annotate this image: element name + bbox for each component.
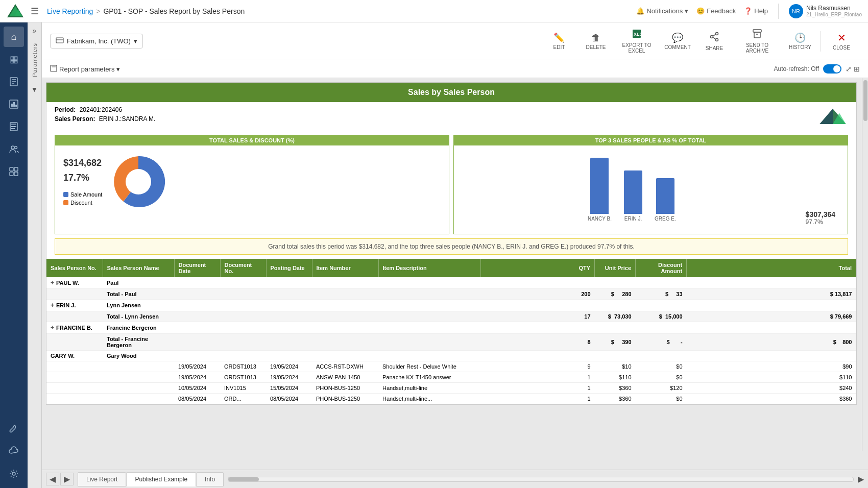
company-dropdown-icon: ▾ xyxy=(134,37,137,45)
legend-discount: Discount xyxy=(63,200,102,206)
logo xyxy=(6,2,25,20)
bar-chart-title: TOP 3 SALES PEOPLE & AS % OF TOTAL xyxy=(454,135,848,145)
breadcrumb-sep: > xyxy=(96,7,100,15)
export-excel-btn[interactable]: XLS EXPORT TO EXCEL xyxy=(614,26,659,57)
delete-icon: 🗑 xyxy=(591,33,600,43)
th-qty: QTY xyxy=(480,259,595,277)
expand-report-icon[interactable]: ⤢ xyxy=(846,65,852,73)
report-params-toggle[interactable]: Report parameters ▾ xyxy=(50,65,120,74)
data-table: Sales Person No. Sales Person Name Docum… xyxy=(46,259,856,404)
svg-text:XLS: XLS xyxy=(634,32,642,37)
help-btn[interactable]: ❓ Help xyxy=(744,7,768,15)
tab-info[interactable]: Info xyxy=(196,472,224,486)
breadcrumb-live-reporting[interactable]: Live Reporting xyxy=(47,7,93,15)
history-icon: 🕒 xyxy=(794,32,806,43)
toolbar-divider xyxy=(821,31,821,52)
sidebar-orders-icon[interactable] xyxy=(4,71,24,92)
sidebar-settings-icon[interactable] xyxy=(4,463,24,484)
close-icon: ✕ xyxy=(837,32,846,44)
user-details: Nils Rasmussen 21_Hrelio_ERP_Riontao xyxy=(806,5,862,17)
sidebar-users-icon[interactable] xyxy=(4,139,24,159)
th-post-date: Posting Date xyxy=(266,259,312,277)
feedback-icon: 😊 xyxy=(696,7,705,15)
right-nav: 🔔 Notifications ▾ 😊 Feedback ❓ Help NR N… xyxy=(636,4,862,19)
svg-rect-13 xyxy=(11,126,13,127)
hamburger-btn[interactable]: ☰ xyxy=(31,6,39,17)
h-scroll-right-btn[interactable]: ▶ xyxy=(858,474,864,484)
sidebar-reports-icon[interactable] xyxy=(4,94,24,114)
filter-icon[interactable]: ▼ xyxy=(31,85,38,93)
tab-live-report[interactable]: Live Report xyxy=(78,472,126,486)
bar-group-nancy: NANCY B. xyxy=(588,158,612,222)
bar-groups: NANCY B. ERIN J. GREG E. xyxy=(466,154,798,226)
report-meta: Period: 202401:202406 Sales Person: ERIN… xyxy=(46,102,856,131)
data-table-wrapper: Sales Person No. Sales Person Name Docum… xyxy=(46,259,856,404)
th-discount: Discount Amount xyxy=(636,259,687,277)
th-person-name: Sales Person Name xyxy=(103,259,174,277)
vertical-scrollbar[interactable] xyxy=(862,78,868,451)
sidebar-tools-icon[interactable] xyxy=(4,419,24,439)
auto-refresh-toggle[interactable] xyxy=(823,64,841,74)
report-title: Sales by Sales Person xyxy=(46,83,856,102)
h-scroll-thumb xyxy=(228,477,259,481)
svg-rect-8 xyxy=(11,104,13,107)
svg-point-29 xyxy=(716,32,718,35)
params-dropdown-icon: ▾ xyxy=(116,65,120,73)
expand-erin-btn[interactable]: + xyxy=(51,302,54,309)
archive-icon xyxy=(752,29,762,41)
user-menu[interactable]: NR Nils Rasmussen 21_Hrelio_ERP_Riontao xyxy=(789,4,862,18)
top-nav: ☰ Live Reporting > GP01 - SOP - Sales Re… xyxy=(0,0,868,22)
history-btn[interactable]: 🕒 HISTORY xyxy=(782,29,818,53)
left-sidebar: ⌂ ▦ xyxy=(0,22,28,488)
table-row: Total - Francine Bergeron 8 $ 390 $ - $ … xyxy=(46,334,856,351)
scrollbar-thumb xyxy=(863,80,867,121)
svg-line-33 xyxy=(713,37,716,39)
pie-chart-box: TOTAL SALES & DISCOUNT (%) $314,682 17.7… xyxy=(55,135,449,234)
table-row: 10/05/2024 INV1015 15/05/2024 PHON-BUS-1… xyxy=(46,383,856,394)
sidebar-cloud-icon[interactable] xyxy=(4,441,24,461)
report-frame: Sales by Sales Person Period: 202401:202… xyxy=(46,82,857,405)
comment-btn[interactable]: 💬 COMMENT xyxy=(659,29,696,53)
close-btn[interactable]: ✕ CLOSE xyxy=(823,29,860,54)
edit-btn[interactable]: ✏️ EDIT xyxy=(541,29,577,53)
main-layout: ⌂ ▦ » Parameters ▼ xyxy=(0,22,868,488)
legend-orange-dot xyxy=(63,200,68,205)
sidebar-grid-icon[interactable]: ▦ xyxy=(4,49,24,69)
svg-rect-25 xyxy=(56,38,63,43)
collapse-params-btn[interactable]: » xyxy=(33,27,37,35)
svg-point-18 xyxy=(11,146,14,149)
share-btn[interactable]: SHARE xyxy=(696,29,733,54)
feedback-btn[interactable]: 😊 Feedback xyxy=(696,7,736,15)
tab-nav: ◀ ▶ xyxy=(46,473,74,485)
tab-next-btn[interactable]: ▶ xyxy=(60,473,74,485)
th-item-desc: Item Description xyxy=(378,259,480,277)
svg-marker-41 xyxy=(819,109,833,124)
sidebar-modules-icon[interactable] xyxy=(4,161,24,182)
svg-rect-22 xyxy=(10,172,13,176)
pie-svg xyxy=(110,154,166,210)
table-row: Total - Lynn Jensen 17 $ 73,030 $ 15,000… xyxy=(46,311,856,322)
sidebar-home-icon[interactable]: ⌂ xyxy=(4,27,24,47)
auto-refresh-control: Auto-refresh: Off ⤢ ⊞ xyxy=(774,64,860,74)
company-selector[interactable]: Fabrikam, Inc. (TWO) ▾ xyxy=(50,34,143,48)
svg-rect-14 xyxy=(13,126,15,127)
svg-point-30 xyxy=(716,38,718,41)
period-row: Period: 202401:202406 xyxy=(55,106,155,113)
expand-paul-btn[interactable]: + xyxy=(51,279,54,286)
delete-btn[interactable]: 🗑 DELETE xyxy=(577,30,614,53)
pie-chart-area: $314,682 17.7% Sale Amount D xyxy=(59,150,445,214)
sidebar-calc-icon[interactable] xyxy=(4,116,24,137)
charts-area: TOTAL SALES & DISCOUNT (%) $314,682 17.7… xyxy=(46,131,856,238)
grid-report-icon[interactable]: ⊞ xyxy=(854,65,860,73)
tab-prev-btn[interactable]: ◀ xyxy=(46,473,59,485)
expand-francine-btn[interactable]: + xyxy=(51,324,54,331)
th-unit-price: Unit Price xyxy=(595,259,636,277)
legend-blue-dot xyxy=(63,192,68,197)
breadcrumb-current: GP01 - SOP - Sales Report by Sales Perso… xyxy=(103,7,245,15)
notifications-btn[interactable]: 🔔 Notifications ▾ xyxy=(636,7,688,15)
send-archive-btn[interactable]: SEND TO ARCHIVE xyxy=(733,26,782,57)
bar-chart-box: TOP 3 SALES PEOPLE & AS % OF TOTAL NANCY… xyxy=(453,135,848,234)
tab-published-example[interactable]: Published Example xyxy=(126,472,196,486)
h-scrollbar[interactable] xyxy=(228,477,854,482)
bar-group-erin: ERIN J. xyxy=(624,170,642,222)
